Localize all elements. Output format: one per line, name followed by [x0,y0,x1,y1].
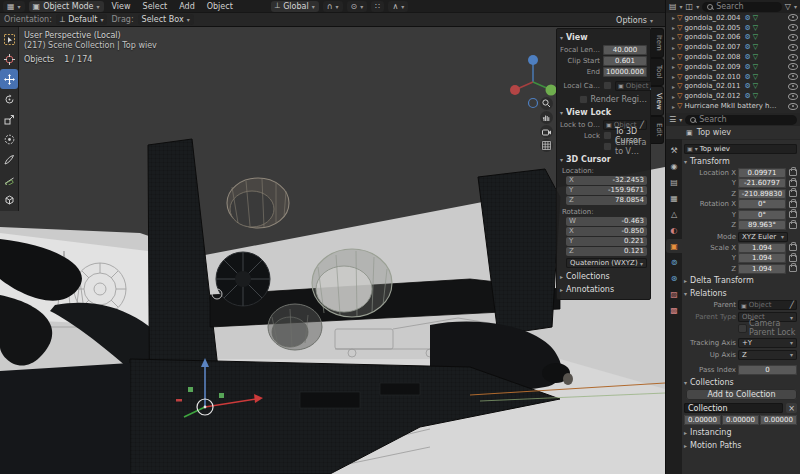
cursor-ry-field[interactable]: Y0.221 [566,237,647,246]
delta-transform-panel-header[interactable]: ▸Delta Transform [684,275,797,287]
pass-index-field[interactable]: 0 [738,365,797,375]
outliner-row[interactable]: ▸▽gondola_02.008⚙▽ [666,52,800,62]
display-mode-icon[interactable]: ◫ [686,2,694,11]
lock-icon[interactable] [789,180,797,187]
visibility-eye-icon[interactable] [788,24,798,31]
outliner-row[interactable]: ▸▽gondola_02.005⚙▽ [666,23,800,33]
outliner-row[interactable]: ▸▽gondola_02.012⚙▽ [666,91,800,101]
tool-move[interactable] [0,69,18,89]
cursor-z-field[interactable]: Z78.0854 [566,196,647,205]
outliner-row[interactable]: ▸▽Hurricane MkII battery holder.003 [666,101,800,111]
rotation-x-field[interactable]: 0° [738,199,786,209]
menu-object[interactable]: Object [203,2,237,11]
camera-view-button[interactable] [540,125,553,138]
tab-object[interactable]: ▣ [666,239,682,253]
add-to-collection-button[interactable]: Add to Collection [686,389,797,400]
drag-mode-dropdown[interactable]: Select Box▾ [138,14,194,25]
outliner-search-input[interactable]: Search [702,2,782,12]
outliner-editor-icon[interactable]: ▤ [669,2,677,11]
lock-icon[interactable] [789,190,797,197]
lock-icon[interactable] [789,244,797,251]
expand-icon[interactable]: ▸ [672,83,675,90]
modifier-icon[interactable]: ⚙ [745,24,751,32]
visibility-eye-icon[interactable] [788,34,798,41]
proportional-falloff-dropdown[interactable]: ∧▾ [388,1,408,12]
modifier-icon[interactable]: ⚙ [745,63,751,71]
tab-physics[interactable]: ⊚ [666,255,682,269]
outliner-row[interactable]: ▸▽gondola_02.006⚙▽ [666,33,800,43]
collection-offset-z-field[interactable]: 0.00000 [760,415,797,425]
editor-type-button[interactable]: ▦▾ [3,1,25,12]
visibility-eye-icon[interactable] [788,44,798,51]
tool-box-select[interactable] [0,29,18,49]
view-lock-panel-header[interactable]: ▾View Lock [560,106,647,118]
expand-icon[interactable]: ▸ [672,93,675,100]
mode-dropdown[interactable]: ▣Object Mode▾ [29,1,104,12]
tab-texture[interactable]: ▩ [666,303,682,317]
collection-offset-y-field[interactable]: 0.00000 [722,415,759,425]
cursor-y-field[interactable]: Y-159.9671 [566,186,647,195]
scale-z-field[interactable]: 1.094 [738,264,786,274]
tracking-axis-dropdown[interactable]: +Y▾ [738,338,797,348]
tab-edit[interactable]: Edit [651,116,664,144]
visibility-eye-icon[interactable] [788,93,798,100]
camera-to-view-checkbox[interactable] [603,142,612,151]
expand-icon[interactable]: ▸ [672,63,675,70]
expand-icon[interactable]: ▸ [672,54,675,61]
visibility-eye-icon[interactable] [788,83,798,90]
pivot-point-dropdown[interactable]: ⊙▾ [347,1,368,12]
location-y-field[interactable]: -21.60797 [738,178,786,188]
expand-icon[interactable]: ▸ [672,44,675,51]
tab-object-data[interactable]: ▨ [666,287,682,301]
tab-view-layer[interactable]: ▦ [666,191,682,205]
up-axis-dropdown[interactable]: Z▾ [738,350,797,360]
eyedropper-icon[interactable]: ╱ [790,301,794,309]
transform-panel-header[interactable]: ▾Transform [684,156,797,168]
zoom-button[interactable] [540,97,553,110]
tab-tool[interactable]: Tool [651,58,664,86]
outliner-row[interactable]: ▸▽gondola_02.011⚙▽ [666,82,800,92]
rotation-mode-dropdown[interactable]: XYZ Euler▾ [738,232,788,242]
parent-object-field[interactable]: ▣Object╱ [738,300,797,310]
outliner-row[interactable]: ▸▽gondola_02.010⚙▽ [666,72,800,82]
tool-measure[interactable] [0,169,18,189]
properties-editor-icon[interactable]: ☰ [669,115,676,124]
lock-icon[interactable] [789,255,797,262]
proportional-editing-toggle[interactable]: ∷ [371,1,384,12]
local-camera-checkbox[interactable] [603,81,612,90]
expand-icon[interactable]: ▸ [672,34,675,41]
object-selector[interactable]: ▣▾Top wiev [684,144,797,154]
scale-y-field[interactable]: 1.094 [738,253,786,263]
visibility-eye-icon[interactable] [788,54,798,61]
tool-add-cube[interactable] [0,189,18,209]
tool-transform[interactable] [0,129,18,149]
menu-view[interactable]: View [108,2,135,11]
render-region-checkbox[interactable] [579,95,588,104]
menu-select[interactable]: Select [139,2,172,11]
tab-render[interactable]: ◉ [666,159,682,173]
relations-panel-header[interactable]: ▾Relations [684,288,797,300]
cursor-rz-field[interactable]: Z0.121 [566,247,647,256]
tool-cursor[interactable] [0,49,18,69]
lock-icon[interactable] [789,169,797,176]
collections-panel-header[interactable]: ▾Collections [684,377,797,389]
cursor-rx-field[interactable]: X-0.850 [566,227,647,236]
expand-icon[interactable]: ▸ [672,73,675,80]
modifier-icon[interactable]: ⚙ [745,43,751,51]
tab-constraints[interactable]: ⊛ [666,271,682,285]
collection-offset-x-field[interactable]: 0.00000 [684,415,721,425]
menu-add[interactable]: Add [175,2,199,11]
visibility-eye-icon[interactable] [788,73,798,80]
location-x-field[interactable]: 0.09971 [738,168,786,178]
instancing-panel-header[interactable]: ▸Instancing [684,427,797,439]
tab-output[interactable]: ▤ [666,175,682,189]
collection-name-field[interactable]: Collection [684,403,783,413]
clip-start-field[interactable]: 0.601 [603,56,647,66]
modifier-icon[interactable]: ⚙ [745,53,751,61]
modifier-icon[interactable]: ⚙ [745,73,751,81]
lock-icon[interactable] [789,265,797,272]
focal-length-field[interactable]: 40.000 [603,45,647,55]
outliner-row[interactable]: ▸▽gondola_02.007⚙▽ [666,42,800,52]
camera-parent-lock-checkbox[interactable] [738,324,747,333]
filter-icon[interactable]: ▽ [785,2,791,11]
